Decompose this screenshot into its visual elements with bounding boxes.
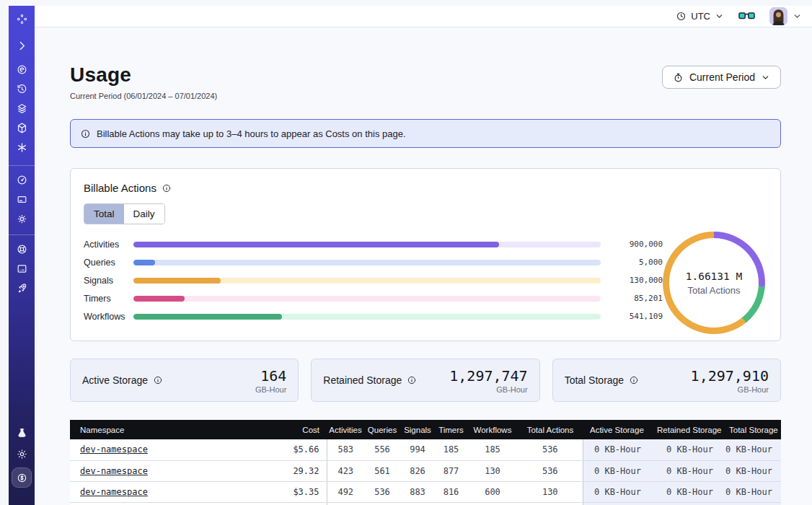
bar-fill <box>133 314 282 320</box>
chevron-down-icon <box>715 12 724 21</box>
docs-terminal-icon[interactable] <box>14 261 30 276</box>
namespace-link[interactable]: dev-namespace <box>80 466 148 476</box>
theme-sun-icon[interactable] <box>14 447 30 462</box>
main-content: Usage Current Period (06/01/2024 – 07/01… <box>35 27 812 505</box>
table-header-row: Namespace Cost Activities Queries Signal… <box>70 420 781 439</box>
cell-timers: 877 <box>435 460 467 481</box>
cell-total-storage: 0 KB-Hour <box>722 460 781 481</box>
bar-fill <box>133 278 221 284</box>
rocket-icon[interactable] <box>14 281 30 296</box>
cell-total-storage: 0 KB-Hour <box>722 481 781 502</box>
cell-active-storage: 0 KB-Hour <box>583 439 650 460</box>
retained-storage-label: Retained Storage <box>323 374 402 386</box>
asterisk-icon[interactable] <box>14 140 30 155</box>
cell-active-storage: 0 KB-Hour <box>583 460 650 481</box>
cell-queries: 561 <box>364 460 400 481</box>
cell-cost: $5.66 <box>250 439 327 460</box>
account-menu[interactable] <box>769 7 802 25</box>
info-icon[interactable] <box>629 375 639 385</box>
cell-queries: 556 <box>364 439 400 460</box>
usage-dollar-button[interactable] <box>12 467 32 488</box>
namespaces-icon[interactable] <box>14 62 30 77</box>
cell-total-actions: 536 <box>518 460 583 481</box>
bar-track <box>133 278 601 284</box>
col-cost: Cost <box>250 420 327 439</box>
col-total-actions: Total Actions <box>518 420 583 439</box>
lab-flask-icon[interactable] <box>14 426 30 441</box>
cell-cost: 29.32 <box>250 460 327 481</box>
info-icon[interactable] <box>407 375 417 385</box>
chevron-down-icon <box>761 73 770 82</box>
total-storage-unit: GB-Hour <box>691 385 769 394</box>
retained-storage-unit: GB-Hour <box>449 385 527 394</box>
cell-cost: $3.35 <box>250 481 327 502</box>
bar-value: 541,109 <box>622 312 663 321</box>
info-banner-text: Billable Actions may take up to 3–4 hour… <box>97 128 406 139</box>
cell-queries: 536 <box>364 481 400 502</box>
active-storage-unit: GB-Hour <box>255 385 286 394</box>
bar-fill <box>133 296 185 302</box>
support-lifering-icon[interactable] <box>14 242 30 257</box>
bar-label: Activities <box>84 240 133 250</box>
namespace-link[interactable]: dev-namespace <box>80 444 148 454</box>
feedback-glasses-button[interactable] <box>738 11 755 22</box>
usage-gauge-icon[interactable] <box>14 172 30 188</box>
bar-value: 130,000 <box>622 276 663 285</box>
bar-label: Timers <box>84 294 133 304</box>
col-timers: Timers <box>435 420 467 439</box>
col-namespace: Namespace <box>70 420 250 439</box>
page-subtitle: Current Period (06/01/2024 – 07/01/2024) <box>70 92 217 100</box>
bar-label: Workflows <box>84 312 133 322</box>
settings-gear-icon[interactable] <box>14 211 30 227</box>
stopwatch-icon <box>673 72 684 83</box>
cell-total-storage: 0 KB-Hour <box>722 439 781 460</box>
total-actions-donut: 1.66131 M Total Actions <box>663 232 765 334</box>
col-signals: Signals <box>400 420 435 439</box>
bar-track <box>133 296 601 302</box>
cell-activities: 583 <box>327 439 364 460</box>
avatar <box>769 7 787 25</box>
temporal-logo-icon[interactable] <box>14 12 30 27</box>
bar-fill <box>133 260 155 265</box>
period-dropdown-label: Current Period <box>689 71 755 83</box>
table-row-partial <box>70 502 781 505</box>
nav-rail <box>9 6 35 505</box>
page-title: Usage <box>70 63 217 87</box>
schedules-history-icon[interactable] <box>14 82 30 97</box>
namespace-link[interactable]: dev-namespace <box>80 487 148 497</box>
donut-total-label: Total Actions <box>688 285 741 296</box>
timezone-selector[interactable]: UTC <box>676 11 724 22</box>
bar-track <box>133 242 601 247</box>
tab-total[interactable]: Total <box>84 204 124 224</box>
bar-fill <box>133 242 499 247</box>
cell-workflows: 185 <box>467 439 518 460</box>
nav-divider <box>9 234 35 235</box>
collapse-chevron-icon[interactable] <box>14 38 30 53</box>
info-icon[interactable] <box>162 183 172 193</box>
bar-track <box>133 314 601 320</box>
total-storage-card: Total Storage 1,297,910 GB-Hour <box>552 359 781 402</box>
cube-icon[interactable] <box>14 120 30 136</box>
retained-storage-card: Retained Storage 1,297,747 GB-Hour <box>311 359 539 402</box>
tab-daily[interactable]: Daily <box>124 204 164 224</box>
billable-actions-title: Billable Actions <box>84 182 156 194</box>
top-bar: UTC <box>35 6 812 27</box>
billing-card-icon[interactable] <box>14 192 30 207</box>
col-workflows: Workflows <box>467 420 518 439</box>
total-storage-value: 1,297,910 <box>691 367 769 385</box>
namespace-usage-table: Namespace Cost Activities Queries Signal… <box>70 420 781 505</box>
period-dropdown-button[interactable]: Current Period <box>662 66 781 89</box>
storage-cards: Active Storage 164 GB-Hour Retained Stor… <box>70 359 781 402</box>
layers-icon[interactable] <box>14 101 30 116</box>
active-storage-label: Active Storage <box>82 374 148 386</box>
col-retained-storage: Retained Storage <box>650 420 722 439</box>
bar-value: 85,201 <box>622 294 663 303</box>
info-icon[interactable] <box>153 375 163 385</box>
col-active-storage: Active Storage <box>583 420 650 439</box>
cell-timers: 185 <box>435 439 467 460</box>
cell-activities: 492 <box>327 481 364 502</box>
cell-retained-storage: 0 KB-Hour <box>650 481 722 502</box>
billable-view-tabs: Total Daily <box>84 203 165 224</box>
glasses-icon <box>738 11 755 22</box>
table-row: dev-namespace $3.35 492 536 883 816 600 … <box>70 481 781 502</box>
